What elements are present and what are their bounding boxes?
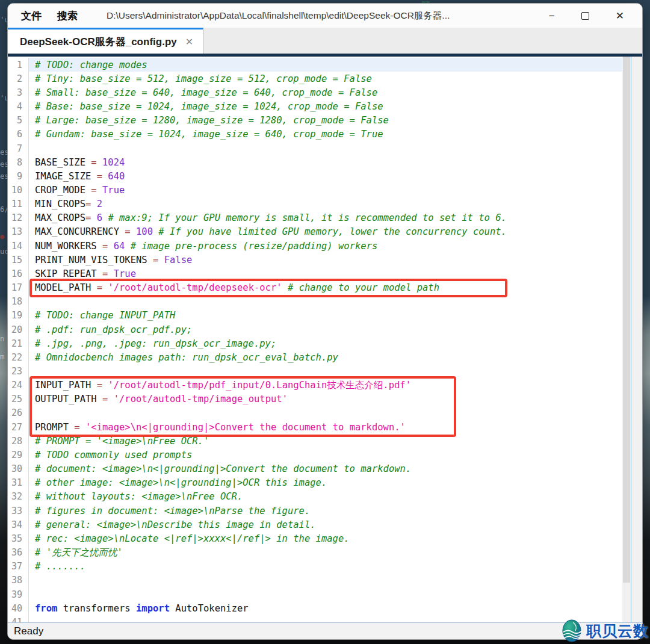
code-text (28, 574, 622, 587)
code-line[interactable]: 22# Omnidocbench images path: run_dpsk_o… (8, 350, 622, 364)
code-line[interactable]: 8BASE_SIZE = 1024 (8, 155, 622, 169)
window-controls: − ✕ (549, 11, 634, 21)
line-number: 17 (8, 282, 28, 293)
code-editor: 1# TODO: change modes2# Tiny: base_size … (8, 57, 642, 622)
code-line[interactable]: 26 (8, 406, 622, 420)
line-number: 25 (8, 394, 28, 404)
code-line[interactable]: 24INPUT_PATH = '/root/autodl-tmp/pdf_inp… (8, 379, 622, 392)
code-text (28, 587, 622, 601)
code-line[interactable]: 9IMAGE_SIZE = 640 (8, 169, 622, 183)
code-text: # Base: base_size = 1024, image_size = 1… (28, 99, 622, 113)
code-line[interactable]: 17MODEL_PATH = '/root/autodl-tmp/deepsee… (8, 281, 622, 295)
code-text: MAX_CONCURRENCY = 100 # If you have limi… (28, 225, 622, 239)
line-number: 38 (8, 575, 28, 586)
line-number: 13 (8, 226, 28, 237)
code-line[interactable]: 29# TODO commonly used prompts (8, 448, 622, 462)
line-number: 33 (8, 506, 28, 516)
menu-file[interactable]: 文件 (21, 9, 42, 23)
code-lines[interactable]: 1# TODO: change modes2# Tiny: base_size … (8, 57, 622, 622)
line-number: 3 (8, 87, 28, 98)
code-text: # Small: base_size = 640, image_size = 6… (28, 85, 622, 99)
line-number: 40 (8, 603, 28, 614)
code-line[interactable]: 38 (8, 574, 622, 587)
code-text: PRINT_NUM_VIS_TOKENS = False (28, 253, 622, 267)
scrollbar-thumb[interactable] (623, 57, 630, 583)
code-line[interactable]: 2# Tiny: base_size = 512, image_size = 5… (8, 72, 622, 85)
code-line[interactable]: 5# Large: base_size = 1280, image_size =… (8, 114, 622, 128)
code-line[interactable]: 3# Small: base_size = 640, image_size = … (8, 85, 622, 99)
line-number: 5 (8, 115, 28, 126)
line-number: 35 (8, 533, 28, 544)
code-line[interactable]: 39 (8, 587, 622, 601)
code-line[interactable]: 34# general: <image>\nDescribe this imag… (8, 518, 622, 531)
close-button[interactable]: ✕ (616, 11, 624, 21)
code-text (28, 406, 622, 420)
code-line[interactable]: 27PROMPT = '<image>\n<|grounding|>Conver… (8, 420, 622, 434)
code-line[interactable]: 4# Base: base_size = 1024, image_size = … (8, 99, 622, 113)
code-line[interactable]: 10CROP_MODE = True (8, 183, 622, 197)
code-line[interactable]: 20# .pdf: run_dpsk_ocr_pdf.py; (8, 323, 622, 336)
code-text: # Large: base_size = 1280, image_size = … (28, 114, 622, 128)
code-line[interactable]: 15PRINT_NUM_VIS_TOKENS = False (8, 253, 622, 267)
minimize-button[interactable]: − (549, 11, 555, 21)
code-line[interactable]: 40from transformers import AutoTokenizer (8, 601, 622, 615)
tab-title: DeepSeek-OCR服务器_config.py (20, 35, 177, 49)
code-text: # general: <image>\nDescribe this image … (28, 518, 622, 531)
watermark-logo: 职贝云数 (560, 619, 649, 643)
tab-close-icon[interactable]: ✕ (185, 36, 193, 48)
line-number: 14 (8, 241, 28, 252)
code-line[interactable]: 21# .jpg, .png, .jpeg: run_dpsk_ocr_imag… (8, 336, 622, 350)
menu-search[interactable]: 搜索 (57, 9, 78, 23)
code-line[interactable]: 37# ....... (8, 560, 622, 574)
code-line[interactable]: 23 (8, 364, 622, 378)
code-text: # TODO: change INPUT_PATH (28, 309, 622, 323)
code-line[interactable]: 13MAX_CONCURRENCY = 100 # If you have li… (8, 225, 622, 239)
code-line[interactable]: 14NUM_WORKERS = 64 # image pre-process (… (8, 239, 622, 253)
code-line[interactable]: 7 (8, 141, 622, 155)
code-text (28, 364, 622, 378)
code-line[interactable]: 12MAX_CROPS= 6 # max:9; If your GPU memo… (8, 211, 622, 225)
code-text: # document: <image>\n<|grounding|>Conver… (28, 462, 622, 476)
code-text: # Omnidocbench images path: run_dpsk_ocr… (28, 350, 622, 364)
line-number: 36 (8, 547, 28, 558)
code-text: INPUT_PATH = '/root/autodl-tmp/pdf_input… (28, 379, 622, 392)
line-number: 20 (8, 324, 28, 335)
code-line[interactable]: 28# PROMPT = '<image>\nFree OCR.' (8, 434, 622, 448)
line-number: 12 (8, 212, 28, 223)
watermark-text: 职贝云数 (586, 621, 649, 641)
maximize-button[interactable] (581, 12, 589, 20)
line-number: 9 (8, 171, 28, 182)
code-text: # TODO: change modes (28, 58, 622, 72)
code-line[interactable]: 41 (8, 615, 622, 622)
code-line[interactable]: 16SKIP_REPEAT = True (8, 267, 622, 280)
tab-config-file[interactable]: DeepSeek-OCR服务器_config.py ✕ (8, 28, 203, 54)
code-text: PROMPT = '<image>\n<|grounding|>Convert … (28, 420, 622, 434)
code-line[interactable]: 1# TODO: change modes (8, 58, 622, 72)
line-number: 24 (8, 380, 28, 391)
code-line[interactable]: 18 (8, 295, 622, 309)
code-line[interactable]: 11MIN_CROPS= 2 (8, 197, 622, 211)
code-line[interactable]: 31# other image: <image>\n<|grounding|>O… (8, 476, 622, 490)
code-text: # TODO commonly used prompts (28, 448, 622, 462)
code-text: # .jpg, .png, .jpeg: run_dpsk_ocr_image.… (28, 336, 622, 350)
code-text: # rec: <image>\nLocate <|ref|>xxxx<|/ref… (28, 531, 622, 545)
code-line[interactable]: 32# without layouts: <image>\nFree OCR. (8, 490, 622, 504)
editor-right-margin (631, 57, 642, 622)
code-text: # PROMPT = '<image>\nFree OCR.' (28, 434, 622, 448)
code-line[interactable]: 33# figures in document: <image>\nParse … (8, 504, 622, 518)
code-line[interactable]: 19# TODO: change INPUT_PATH (8, 309, 622, 323)
status-bar: Ready (8, 622, 642, 639)
code-text: NUM_WORKERS = 64 # image pre-process (re… (28, 239, 622, 253)
code-line[interactable]: 6# Gundam: base_size = 1024, image_size … (8, 128, 622, 141)
code-line[interactable]: 35# rec: <image>\nLocate <|ref|>xxxx<|/r… (8, 531, 622, 545)
code-line[interactable]: 30# document: <image>\n<|grounding|>Conv… (8, 462, 622, 476)
line-number: 22 (8, 352, 28, 363)
line-number: 23 (8, 366, 28, 377)
line-number: 10 (8, 185, 28, 196)
code-text: # Gundam: base_size = 1024, image_size =… (28, 128, 622, 141)
code-line[interactable]: 36# '先天下之忧而忧' (8, 545, 622, 559)
code-text: IMAGE_SIZE = 640 (28, 169, 622, 183)
code-line[interactable]: 25OUTPUT_PATH = '/root/autodl-tmp/image_… (8, 392, 622, 406)
line-number: 16 (8, 268, 28, 279)
vertical-scrollbar[interactable] (622, 57, 631, 622)
